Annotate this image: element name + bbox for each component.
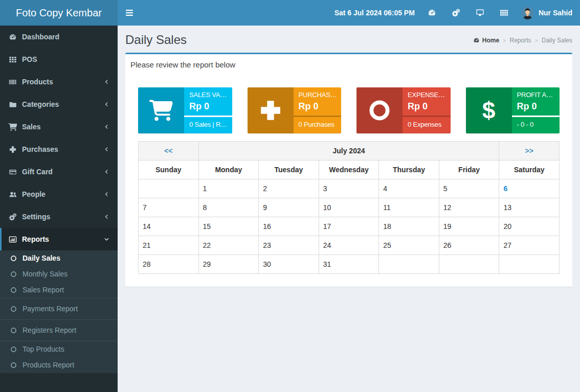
calendar-day: 1 bbox=[198, 179, 259, 198]
sidebar-item-purchases[interactable]: Purchases bbox=[0, 138, 118, 160]
submenu-item-payments-report[interactable]: Payments Report bbox=[0, 298, 118, 319]
calendar-day-empty bbox=[499, 255, 560, 274]
sidebar-item-reports[interactable]: Reports bbox=[0, 228, 118, 250]
sidebar-item-label: People bbox=[22, 190, 46, 198]
user-name: Nur Sahid bbox=[539, 9, 572, 17]
circle-o-icon bbox=[10, 327, 17, 334]
chevron-down-icon bbox=[104, 236, 109, 242]
info-box-title: SALES VA… bbox=[189, 90, 227, 100]
info-box-title: PROFIT A… bbox=[517, 90, 555, 100]
submenu-item-sales-report[interactable]: Sales Report bbox=[0, 282, 118, 298]
calendar-day: 15 bbox=[198, 217, 259, 236]
content-wrapper: Daily Sales HomeReportsDaily Sales Pleas… bbox=[118, 26, 580, 392]
info-box-value: Rp 0 bbox=[299, 100, 337, 113]
folder-icon bbox=[8, 101, 18, 108]
chevron-left-icon bbox=[104, 124, 109, 130]
calendar-day: 23 bbox=[259, 236, 319, 255]
sidebar-item-categories[interactable]: Categories bbox=[0, 93, 118, 116]
submenu-item-products-report[interactable]: Products Report bbox=[0, 357, 118, 373]
submenu-item-top-products[interactable]: Top Products bbox=[0, 341, 118, 357]
info-box-progress bbox=[512, 116, 560, 117]
weekday-sunday: Sunday bbox=[139, 160, 199, 179]
sidebar-menu: DashboardPOSProductsCategoriesSalesPurch… bbox=[0, 26, 118, 373]
calendar-month-label: July 2024 bbox=[198, 142, 499, 160]
navbar-tachometer-icon[interactable] bbox=[420, 0, 444, 26]
calendar-day: 25 bbox=[379, 236, 439, 255]
calendar-day: 22 bbox=[198, 236, 259, 255]
calendar-day: 4 bbox=[379, 179, 439, 198]
info-box-title: EXPENSE… bbox=[408, 90, 445, 100]
sidebar-item-people[interactable]: People bbox=[0, 183, 118, 205]
sidebar-item-label: Categories bbox=[22, 100, 59, 108]
calendar-day: 9 bbox=[259, 198, 319, 217]
calendar-day: 28 bbox=[139, 255, 199, 274]
info-box-progress bbox=[184, 116, 232, 117]
sidebar-item-dashboard[interactable]: Dashboard bbox=[0, 26, 118, 48]
gauge-icon bbox=[8, 33, 18, 41]
weekday-wednesday: Wednesday bbox=[319, 160, 379, 179]
navbar-desktop-icon[interactable] bbox=[468, 0, 492, 26]
plus-icon bbox=[8, 146, 18, 153]
submenu-item-label: Monthly Sales bbox=[23, 269, 68, 280]
info-box-purchas: PURCHAS…Rp 00 Purchases bbox=[248, 87, 342, 133]
sidebar-item-label: Settings bbox=[22, 213, 50, 221]
sidebar-item-pos[interactable]: POS bbox=[0, 48, 118, 71]
circle-o-icon bbox=[10, 255, 17, 262]
navbar-grid-icon[interactable] bbox=[492, 0, 516, 26]
calendar-week-row: 14151617181920 bbox=[139, 217, 560, 236]
sidebar-item-label: Gift Card bbox=[22, 168, 53, 176]
sidebar-item-settings[interactable]: Settings bbox=[0, 205, 118, 228]
circle-o-icon bbox=[10, 306, 17, 312]
th-icon bbox=[8, 56, 18, 63]
sidebar-toggle-button[interactable] bbox=[118, 0, 141, 26]
calendar-day: 16 bbox=[259, 217, 319, 236]
chevron-left-icon bbox=[104, 101, 109, 107]
calendar-day: 13 bbox=[499, 198, 560, 217]
sidebar-item-label: Dashboard bbox=[22, 33, 59, 41]
navbar-datetime: Sat 6 Jul 2024 06:05 PM bbox=[329, 0, 420, 26]
sidebar-item-sales[interactable]: Sales bbox=[0, 116, 118, 138]
calendar-day: 29 bbox=[198, 255, 259, 274]
chevron-left-icon bbox=[104, 191, 109, 197]
barcode-icon bbox=[8, 78, 18, 86]
card-icon bbox=[8, 168, 18, 176]
calendar-day: 26 bbox=[439, 236, 499, 255]
calendar-next-button[interactable]: >> bbox=[525, 147, 533, 155]
submenu-item-monthly-sales[interactable]: Monthly Sales bbox=[0, 266, 118, 282]
breadcrumb-home[interactable]: Home bbox=[473, 37, 499, 44]
sidebar-item-gift-card[interactable]: Gift Card bbox=[0, 160, 118, 183]
info-box-progress bbox=[294, 116, 342, 117]
calendar-day-empty bbox=[139, 179, 199, 198]
calendar-week-row: 28293031 bbox=[139, 255, 560, 274]
calendar-day: 27 bbox=[499, 236, 560, 255]
weekday-thursday: Thursday bbox=[379, 160, 439, 179]
info-box-sales-va: SALES VA…Rp 00 Sales | R… bbox=[138, 87, 232, 133]
info-box-value: Rp 0 bbox=[517, 100, 555, 113]
calendar-day-empty bbox=[439, 255, 499, 274]
info-box-title: PURCHAS… bbox=[299, 90, 337, 100]
calendar-prev-button[interactable]: << bbox=[164, 147, 172, 155]
calendar-day-today[interactable]: 6 bbox=[499, 179, 560, 198]
breadcrumb-reports[interactable]: Reports bbox=[510, 37, 531, 44]
chevron-left-icon bbox=[104, 79, 109, 85]
top-navbar: Sat 6 Jul 2024 06:05 PM bbox=[118, 0, 580, 26]
cart-icon bbox=[8, 123, 18, 131]
user-menu[interactable]: Nur Sahid bbox=[516, 0, 572, 26]
calendar-day: 31 bbox=[319, 255, 379, 274]
sidebar-item-products[interactable]: Products bbox=[0, 71, 118, 93]
calendar-day: 17 bbox=[319, 217, 379, 236]
submenu-item-daily-sales[interactable]: Daily Sales bbox=[0, 250, 118, 266]
weekday-monday: Monday bbox=[198, 160, 259, 179]
cogs-icon bbox=[452, 9, 460, 17]
cogs-icon bbox=[8, 213, 18, 221]
submenu-item-label: Registers Report bbox=[23, 325, 76, 336]
brand-logo[interactable]: Foto Copy Kembar bbox=[0, 0, 118, 26]
content-header: Daily Sales HomeReportsDaily Sales bbox=[118, 26, 580, 46]
ring-icon bbox=[356, 87, 403, 133]
weekday-saturday: Saturday bbox=[499, 160, 560, 179]
calendar-day: 30 bbox=[259, 255, 319, 274]
submenu-item-registers-report[interactable]: Registers Report bbox=[0, 320, 118, 341]
navbar-cogs-icon[interactable] bbox=[444, 0, 468, 26]
daily-sales-calendar: <<July 2024>>SundayMondayTuesdayWednesda… bbox=[138, 141, 560, 274]
chevron-left-icon bbox=[104, 214, 109, 220]
